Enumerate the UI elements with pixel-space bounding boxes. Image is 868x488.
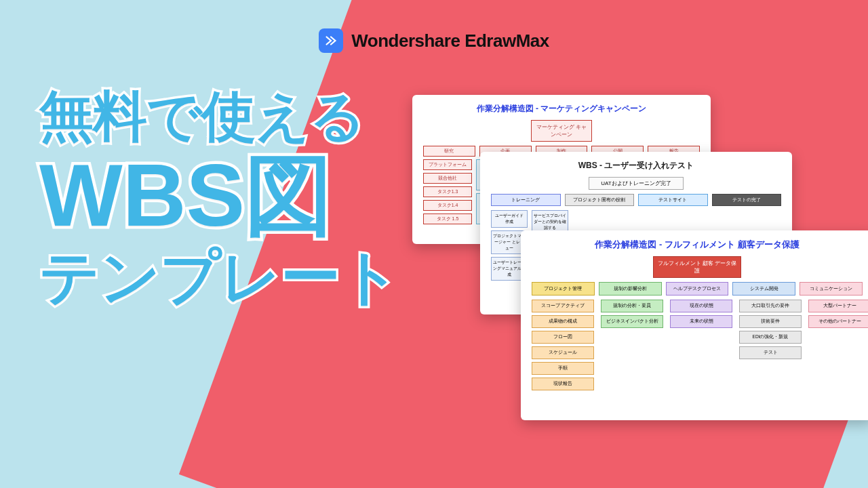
wbs-node: 規制の影響分析 <box>599 282 662 296</box>
wbs-node: 大口取引先の要件 <box>739 300 802 312</box>
wbs-node: プロジェクト管理 <box>532 282 595 296</box>
wbs-root: マーケティング キャンペーン <box>531 120 592 142</box>
card-title: 作業分解構造図 - マーケティングキャンペーン <box>423 103 700 115</box>
wbs-node: フロー図 <box>532 331 594 344</box>
wbs-node: 規制の分析・要員 <box>601 300 663 312</box>
wbs-root: フルフィルメント 顧客 データ保護 <box>653 256 741 278</box>
wbs-node: テストサイト <box>638 194 708 206</box>
card-title: WBS - ユーザー受け入れテスト <box>491 160 781 171</box>
wbs-node: 現在の状態 <box>670 300 732 312</box>
wbs-node: スケジュール <box>532 346 594 359</box>
headline-line-3: テンプレート <box>39 246 400 308</box>
wbs-node: その他のパートナー <box>808 315 868 328</box>
wbs-level1-row: トレーニング プロジェクト固有の役割 テストサイト テストの完了 <box>491 194 781 206</box>
brand-logo-icon <box>319 28 343 53</box>
wbs-node: スコープ アクティブ <box>532 300 594 312</box>
wbs-root: UATおよびトレーニング完了 <box>589 177 684 190</box>
wbs-node: 技術要件 <box>739 315 802 328</box>
wbs-node: ヘルプデスクプロセス <box>666 282 729 296</box>
wbs-node: タスク1.4 <box>423 200 472 211</box>
wbs-node: プロジェクト固有の役割 <box>565 194 635 206</box>
wbs-node: コミュニケーション <box>800 282 863 296</box>
wbs-node: 成果物の構成 <box>532 315 594 328</box>
brand-header: Wondershare EdrawMax <box>0 28 868 53</box>
wbs-node: テストの完了 <box>712 194 782 206</box>
template-card-fulfillment: 作業分解構造図 - フルフィルメント 顧客データ保護 フルフィルメント 顧客 デ… <box>521 230 868 420</box>
wbs-node: 手順 <box>532 362 594 375</box>
wbs-node: ユーザーガイド 作成 <box>491 210 528 228</box>
wbs-node: テスト <box>739 346 802 359</box>
headline: 無料で使える WBS図 テンプレート <box>39 88 400 308</box>
brand-name: Wondershare EdrawMax <box>351 30 549 52</box>
wbs-node: タスク 1.5 <box>423 214 472 224</box>
wbs-node: ビジネスインパクト分析 <box>601 315 663 328</box>
wbs-node: トレーニング <box>491 194 561 206</box>
wbs-level1-row: プロジェクト管理 規制の影響分析 ヘルプデスクプロセス システム開発 コミュニケ… <box>532 282 863 296</box>
wbs-node: 研究 <box>423 146 475 157</box>
wbs-node: 未来の状態 <box>670 315 732 328</box>
wbs-columns: スコープ アクティブ 成果物の構成 フロー図 スケジュール 手順 現状報告 規制… <box>532 300 863 390</box>
card-title: 作業分解構造図 - フルフィルメント 顧客データ保護 <box>532 239 863 251</box>
wbs-node: 大型パートナー <box>808 300 868 312</box>
wbs-left-column: プラットフォーム 競合他社 タスク1.3 タスク1.4 タスク 1.5 <box>423 159 472 224</box>
wbs-node: タスク1.3 <box>423 186 472 197</box>
wbs-node: EDIの強化・新規 <box>739 331 802 344</box>
wbs-node: システム開発 <box>732 282 795 296</box>
wbs-node: プラットフォーム <box>423 159 472 170</box>
wbs-node: 競合他社 <box>423 173 472 184</box>
headline-line-1: 無料で使える <box>39 88 400 145</box>
wbs-node: 現状報告 <box>532 378 594 390</box>
headline-line-2: WBS図 <box>39 149 400 242</box>
